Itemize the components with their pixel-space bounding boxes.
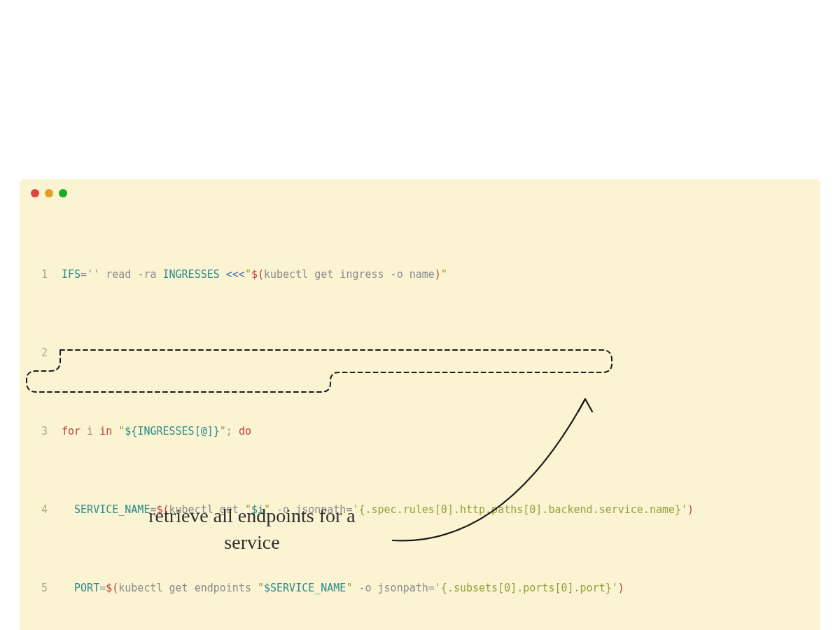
code-line: 1 IFS='' read -ra INGRESSES <<<"$(kubect…	[31, 265, 809, 284]
code-line: 3 for i in "${INGRESSES[@]}"; do	[31, 421, 809, 441]
code-line: 2	[31, 343, 809, 363]
code-content: IFS='' read -ra INGRESSES <<<"$(kubectl …	[62, 265, 809, 284]
code-window: 1 IFS='' read -ra INGRESSES <<<"$(kubect…	[20, 179, 820, 630]
minimize-dot	[45, 189, 53, 197]
line-number: 3	[31, 421, 48, 441]
code-line: 5 PORT=$(kubectl get endpoints "$SERVICE…	[31, 578, 809, 598]
close-dot	[31, 189, 39, 197]
zoom-dot	[59, 189, 67, 197]
line-number: 2	[31, 343, 48, 363]
code-block: 1 IFS='' read -ra INGRESSES <<<"$(kubect…	[20, 202, 820, 630]
line-number: 4	[31, 500, 48, 519]
window-titlebar	[20, 179, 820, 202]
line-number: 5	[31, 578, 48, 598]
line-number: 1	[31, 265, 48, 284]
annotation-text: retrieve all endpoints for a service	[140, 503, 364, 556]
